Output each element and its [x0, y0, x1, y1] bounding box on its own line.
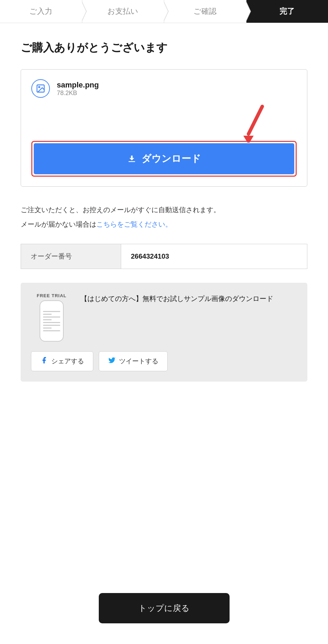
- file-icon: [31, 79, 50, 98]
- back-btn-wrapper: トップに戻る: [0, 583, 328, 644]
- order-label: オーダー番号: [21, 244, 121, 269]
- info-paragraph-2: メールが届かない場合はこちらをご覧ください。: [21, 218, 307, 230]
- file-size: 78.2KB: [57, 90, 99, 97]
- order-row: オーダー番号 2664324103: [21, 244, 307, 269]
- facebook-share-button[interactable]: シェアする: [31, 351, 93, 371]
- promo-image: FREE TRIAL: [31, 293, 72, 342]
- svg-line-2: [248, 106, 262, 134]
- red-arrow-icon: [238, 105, 269, 143]
- arrow-annotation: [31, 105, 297, 143]
- info-text: ご注文いただくと、お控えのメールがすぐに自動送信されます。 メールが届かない場合…: [21, 204, 307, 230]
- free-trial-badge: FREE TRIAL: [31, 293, 72, 298]
- main-content: ご購入ありがとうございます sample.png 78.2KB: [0, 23, 328, 583]
- info-link[interactable]: こちらをご覧ください。: [96, 220, 172, 228]
- phone-mockup: [40, 300, 64, 342]
- step-input: ご入力: [0, 0, 82, 23]
- step-payment: お支払い: [82, 0, 165, 23]
- social-buttons: シェアする ツイートする: [31, 351, 297, 371]
- facebook-icon: [40, 356, 48, 366]
- download-icon: [127, 154, 137, 164]
- step-confirm: ご確認: [164, 0, 246, 23]
- order-table: オーダー番号 2664324103: [21, 244, 307, 269]
- download-button[interactable]: ダウンロード: [34, 143, 294, 174]
- file-info-row: sample.png 78.2KB: [31, 79, 297, 98]
- twitter-icon: [108, 356, 116, 366]
- svg-point-1: [39, 86, 40, 88]
- back-to-top-button[interactable]: トップに戻る: [99, 593, 230, 623]
- info-paragraph-1: ご注文いただくと、お控えのメールがすぐに自動送信されます。: [21, 204, 307, 216]
- promo-inner: FREE TRIAL 【はじめ: [31, 293, 297, 342]
- step-complete: 完了: [246, 0, 328, 23]
- order-value: 2664324103: [121, 244, 307, 269]
- twitter-share-button[interactable]: ツイートする: [99, 351, 168, 371]
- stepper: ご入力 お支払い ご確認 完了: [0, 0, 328, 23]
- file-name: sample.png: [57, 81, 99, 90]
- page-title: ご購入ありがとうございます: [21, 40, 307, 55]
- promo-card: FREE TRIAL 【はじめ: [21, 283, 307, 382]
- file-details: sample.png 78.2KB: [57, 81, 99, 97]
- download-btn-wrapper: ダウンロード: [31, 141, 297, 177]
- promo-text: 【はじめての方へ】無料でお試しサンプル画像のダウンロード: [81, 293, 297, 304]
- file-card: sample.png 78.2KB ダウンロード: [21, 69, 307, 187]
